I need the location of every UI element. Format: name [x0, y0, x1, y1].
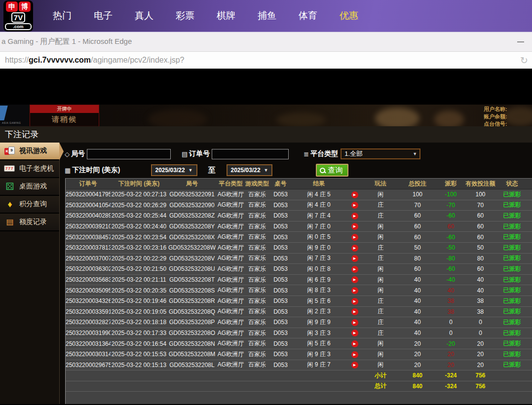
cell-platform: AG欧洲厅 — [217, 265, 245, 273]
site-logo[interactable]: 申 博 7V .com — [3, 0, 33, 32]
url-domain: gci.7vvvvvv.com — [29, 56, 91, 65]
replay-video-icon[interactable]: ▶ — [351, 213, 358, 220]
replay-video-icon[interactable]: ▶ — [351, 234, 358, 241]
cell-round: GD0532532208Z — [167, 212, 217, 219]
cell-replay: ▶ — [346, 330, 363, 337]
url-prefix: https:// — [5, 56, 29, 65]
table-row: 2503220003199092025-03-22 00:17:33GD0532… — [66, 328, 532, 339]
replay-video-icon[interactable]: ▶ — [351, 351, 358, 358]
cell-order: 250322000392105 — [66, 223, 111, 230]
cell-time: 2025-03-22 00:19:05 — [111, 308, 167, 315]
cell-play: 闲 — [363, 276, 398, 284]
cell-time: 2025-03-22 00:24:40 — [111, 223, 167, 230]
logo-badge-left: 申 — [6, 1, 18, 12]
replay-video-icon[interactable]: ▶ — [351, 362, 358, 368]
replay-video-icon[interactable]: ▶ — [351, 255, 358, 262]
nav-item[interactable]: 捕鱼 — [258, 9, 276, 22]
subtotal-row: 小计840-324756 — [66, 370, 532, 381]
cell-game: 百家乐 — [245, 254, 269, 262]
cell-payout: 38 — [437, 308, 464, 315]
sidebar-item[interactable]: 视讯游戏 — [0, 143, 59, 160]
header-cell: 有效投注额 — [464, 180, 496, 188]
replay-video-icon[interactable]: ▶ — [351, 308, 358, 315]
sidebar-item[interactable]: 桌面游戏 — [0, 178, 59, 196]
sidebar-item[interactable]: 积分查询 — [0, 196, 59, 214]
sidebar: 视讯游戏电子老虎机桌面游戏积分查询额度记录 — [0, 143, 60, 404]
replay-video-icon[interactable]: ▶ — [351, 223, 358, 230]
cell-result: 闲 2 庄 3 — [292, 307, 346, 316]
cell-table: D053 — [269, 276, 292, 283]
nav-item[interactable]: 彩票 — [176, 9, 194, 22]
cell-result: 闲 5 庄 6 — [292, 339, 346, 348]
header-cell: 状态 — [496, 180, 528, 188]
cell-time: 2025-03-22 00:23:54 — [111, 234, 167, 241]
cell-order: 250322000296754 — [66, 362, 111, 368]
cell-valid: 60 — [464, 223, 496, 230]
nav-item[interactable]: 热门 — [53, 9, 72, 22]
replay-video-icon[interactable]: ▶ — [351, 340, 358, 347]
cell-play: 闲 — [363, 286, 398, 295]
nav-item[interactable]: 电子 — [94, 9, 113, 22]
search-button[interactable]: 查询 — [316, 164, 348, 177]
header-cell: 结果 — [292, 180, 346, 188]
cell-table: D053 — [269, 191, 292, 198]
cell-result: 闲 9 庄 7 — [292, 361, 346, 369]
cell-result: 闲 9 庄 0 — [292, 244, 346, 252]
replay-video-icon[interactable]: ▶ — [351, 266, 358, 273]
nav-item[interactable]: 体育 — [299, 9, 317, 22]
table-row: 2503220003282702025-03-22 00:18:18GD0532… — [66, 317, 532, 328]
cell-status: 已派彩 — [496, 286, 528, 295]
cell-payout: -40 — [437, 276, 464, 283]
browser-titlebar: a Gaming - 用户配置 1 - Microsoft Edge — [0, 32, 532, 51]
bet-records-table: 订单号下注时间 (美东)局号平台类型游戏类型桌号结果玩法总投注派彩有效投注额状态… — [65, 178, 532, 404]
cell-payout: -50 — [437, 244, 464, 251]
replay-video-icon[interactable]: ▶ — [351, 287, 358, 294]
cell-status: 已派彩 — [496, 307, 528, 316]
replay-video-icon[interactable]: ▶ — [351, 319, 358, 326]
date-from-select[interactable]: 2025/03/22 ▼ — [151, 164, 197, 176]
sidebar-item[interactable]: 电子老虎机 — [0, 160, 59, 178]
cell-bet: 60 — [398, 223, 437, 230]
cell-status: 已派彩 — [496, 276, 528, 284]
nav-item[interactable]: 优惠 — [340, 9, 358, 22]
replay-video-icon[interactable]: ▶ — [351, 191, 358, 198]
cell-order: 250322000343265 — [66, 297, 111, 304]
cell-replay: ▶ — [346, 340, 363, 347]
cell-platform: AG欧洲厅 — [217, 233, 245, 241]
order-no-input[interactable] — [212, 149, 289, 159]
address-bar[interactable]: https://gci.7vvvvvv.com/agingame/pcv2/in… — [0, 51, 532, 70]
cell-play: 庄 — [363, 212, 398, 220]
cell-play: 闲 — [363, 350, 398, 359]
cell-status: 已派彩 — [496, 201, 528, 209]
cell-time: 2025-03-22 00:23:16 — [111, 244, 167, 251]
cell-bet: 40 — [398, 308, 437, 315]
replay-video-icon[interactable]: ▶ — [351, 202, 358, 209]
cell-replay: ▶ — [346, 351, 363, 358]
cell-game: 百家乐 — [245, 201, 269, 209]
round-no-input[interactable] — [87, 149, 171, 159]
cell-play: 闲 — [363, 361, 398, 369]
cell-order: 250322000402890 — [66, 212, 111, 219]
replay-video-icon[interactable]: ▶ — [351, 276, 358, 283]
sidebar-item[interactable]: 额度记录 — [0, 214, 59, 231]
replay-video-icon[interactable]: ▶ — [351, 298, 358, 305]
cell-status: 已派彩 — [496, 339, 528, 348]
date-to-select[interactable]: 2025/03/22 ▼ — [227, 164, 273, 176]
cell-play: 闲 — [363, 233, 398, 241]
header-cell: 派彩 — [437, 180, 464, 188]
cell-status: 已派彩 — [496, 361, 528, 369]
nav-item[interactable]: 真人 — [135, 9, 153, 22]
nav-item[interactable]: 棋牌 — [217, 9, 235, 22]
platform-type-select[interactable]: 1.全部 ▼ — [341, 148, 420, 159]
cell-round: GD0532532208M — [167, 351, 217, 358]
refresh-icon[interactable]: ↻ — [520, 55, 528, 66]
replay-video-icon[interactable]: ▶ — [351, 330, 358, 336]
minimize-button[interactable] — [517, 41, 524, 42]
cell-time: 2025-03-22 00:22:29 — [111, 255, 167, 262]
cell-round: GD05325322091 — [167, 191, 217, 198]
cell-status: 已派彩 — [496, 222, 528, 231]
sidebar-item-label: 积分查询 — [19, 200, 47, 209]
cell-order: 250322000363020 — [66, 265, 111, 272]
cell-platform: AG欧洲厅 — [217, 190, 245, 199]
replay-video-icon[interactable]: ▶ — [351, 245, 358, 252]
